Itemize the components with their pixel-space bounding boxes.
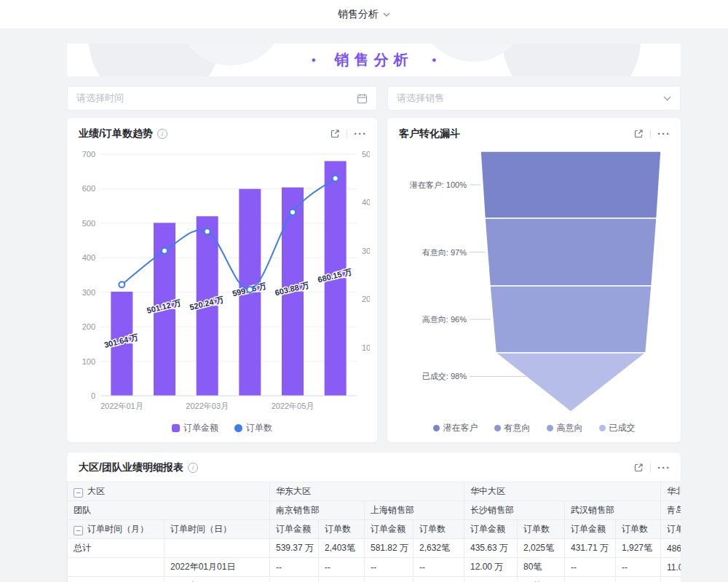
table-cell: 431.71 万 — [565, 539, 616, 558]
svg-text:100: 100 — [82, 357, 95, 366]
table-cell: -- — [414, 558, 464, 577]
table-cell: 2,025笔 — [518, 539, 565, 558]
more-icon[interactable]: ··· — [657, 464, 670, 471]
trend-card-actions: ··· — [330, 129, 367, 139]
measure-header-row: −订单时间（月）订单时间（日）订单金额订单数订单金额订单数订单金额订单数订单金额… — [68, 520, 681, 539]
region-header-row: −大区华东大区华中大区华北大区 — [68, 482, 681, 501]
svg-text:200: 200 — [82, 322, 95, 331]
table-cell: 订单金额 — [565, 520, 616, 539]
table-cell — [68, 558, 165, 577]
info-icon[interactable]: i — [188, 463, 198, 473]
more-icon[interactable]: ··· — [354, 130, 367, 137]
table-cell: 订单金额 — [365, 520, 414, 539]
svg-text:有意向: 97%: 有意向: 97% — [422, 248, 467, 257]
svg-text:50: 50 — [362, 150, 370, 159]
svg-text:20: 20 — [362, 295, 370, 303]
svg-text:2022年03月: 2022年03月 — [186, 402, 229, 410]
table-cell: -- — [414, 577, 464, 582]
svg-text:40: 40 — [362, 198, 370, 207]
export-icon[interactable] — [633, 463, 644, 473]
svg-text:700: 700 — [82, 150, 95, 159]
funnel-card-title-text: 客户转化漏斗 — [399, 127, 460, 140]
banner-title: • 销售分析 • — [312, 50, 436, 70]
svg-text:30: 30 — [362, 247, 370, 255]
table-cell: -- — [616, 558, 661, 577]
table-cell: 2022年01月01日 — [165, 558, 270, 577]
calendar-icon — [357, 93, 368, 104]
funnel-card-title: 客户转化漏斗 — [399, 127, 460, 140]
table-cell: 上海销售部 — [365, 501, 464, 520]
report-table-actions: ··· — [633, 463, 670, 473]
table-row: 2022年01月01日--------12.00 万80笔----11.07 — [68, 558, 681, 577]
report-table-title: 大区/团队业绩明细报表 i — [79, 461, 198, 474]
top-bar: 销售分析 — [0, 0, 728, 29]
table-cell: -- — [565, 577, 616, 582]
table-row: 总计539.37 万2,403笔581.82 万2,632笔435.63 万2,… — [68, 539, 681, 558]
table-cell: 订单数 — [414, 520, 464, 539]
table-cell: 2022年01月02日 — [165, 577, 270, 582]
trend-card-title: 业绩/订单数趋势 i — [79, 127, 167, 140]
table-cell: -- — [365, 558, 414, 577]
table-cell: 华中大区 — [464, 482, 661, 501]
funnel-legend-swatch — [547, 425, 553, 431]
funnel-legend-swatch — [599, 425, 606, 431]
table-cell: 2,632笔 — [414, 539, 464, 558]
svg-text:0: 0 — [91, 391, 95, 400]
pivot-table: −大区华东大区华中大区华北大区团队南京销售部上海销售部长沙销售部武汉销售部青岛销… — [67, 482, 681, 582]
legend-item[interactable]: 订单金额 — [172, 422, 218, 434]
table-cell: 订单时间（日） — [165, 520, 270, 539]
chevron-down-icon — [383, 12, 390, 17]
legend-item[interactable]: 订单数 — [234, 422, 272, 434]
svg-text:500: 500 — [82, 219, 95, 228]
table-cell: 订单金额 — [661, 520, 681, 539]
table-cell: 80笔 — [518, 558, 565, 577]
more-icon[interactable]: ··· — [657, 130, 670, 137]
export-icon[interactable] — [633, 129, 644, 139]
report-table-title-text: 大区/团队业绩明细报表 — [79, 461, 183, 474]
table-cell: 12.00 万 — [464, 558, 518, 577]
collapse-minus-icon[interactable]: − — [74, 526, 83, 535]
app-title-dropdown[interactable]: 销售分析 — [338, 8, 390, 21]
table-cell: 23.05 万 — [464, 577, 518, 582]
chevron-down-icon — [663, 96, 671, 101]
svg-text:2022年01月: 2022年01月 — [100, 402, 143, 410]
svg-text:已成交: 98%: 已成交: 98% — [422, 372, 467, 380]
table-cell: -- — [270, 577, 319, 582]
table-cell: -- — [565, 558, 616, 577]
table-cell: 团队 — [68, 501, 270, 520]
legend-item[interactable]: 有意向 — [494, 422, 531, 434]
table-cell: 11.07 — [661, 558, 681, 577]
table-cell: 青岛销售部 — [661, 501, 681, 520]
trend-card-header: 业绩/订单数趋势 i ··· — [67, 118, 377, 144]
dashboard-content: • 销售分析 • 请选择时间 请选择销售 业绩/订单数趋势 — [0, 44, 681, 582]
trend-chart: 01002003004005006007001020304050301.64 万… — [74, 144, 370, 418]
table-cell: −订单时间（月） — [68, 520, 165, 539]
svg-text:高意向: 96%: 高意向: 96% — [422, 315, 467, 324]
legend-item[interactable]: 已成交 — [599, 422, 636, 434]
report-table-header: 大区/团队业绩明细报表 i ··· — [67, 453, 681, 482]
funnel-legend-swatch — [494, 425, 501, 431]
funnel-card-header: 客户转化漏斗 ··· — [387, 118, 681, 144]
table-cell: -- — [661, 577, 681, 582]
pivot-table-body: −大区华东大区华中大区华北大区团队南京销售部上海销售部长沙销售部武汉销售部青岛销… — [68, 482, 681, 582]
svg-text:2022年05月: 2022年05月 — [272, 402, 314, 410]
table-cell: 华北大区 — [661, 482, 681, 501]
table-cell: 华东大区 — [270, 482, 464, 501]
legend-item[interactable]: 高意向 — [547, 422, 583, 434]
time-filter-input[interactable]: 请选择时间 — [67, 86, 377, 111]
info-icon[interactable]: i — [157, 129, 167, 139]
funnel-chart: 潜在客户: 100%有意向: 97%高意向: 96%已成交: 98% — [399, 144, 669, 418]
export-icon[interactable] — [330, 129, 340, 139]
table-cell: 长沙销售部 — [464, 501, 565, 520]
table-cell: 订单数 — [319, 520, 365, 539]
collapse-minus-icon[interactable]: − — [74, 488, 83, 498]
table-cell: 南京销售部 — [270, 501, 365, 520]
table-cell: 486.0 — [661, 539, 681, 558]
sales-filter-select[interactable]: 请选择销售 — [387, 86, 681, 111]
svg-text:潜在客户: 100%: 潜在客户: 100% — [410, 180, 467, 189]
table-cell: 98笔 — [518, 577, 565, 582]
report-table-card: 大区/团队业绩明细报表 i ··· −大区华东大区华中大区华北大区团队南京销售部… — [67, 453, 681, 582]
table-cell: 总计 — [68, 539, 165, 558]
divider — [650, 129, 651, 138]
legend-item[interactable]: 潜在客户 — [433, 422, 478, 434]
